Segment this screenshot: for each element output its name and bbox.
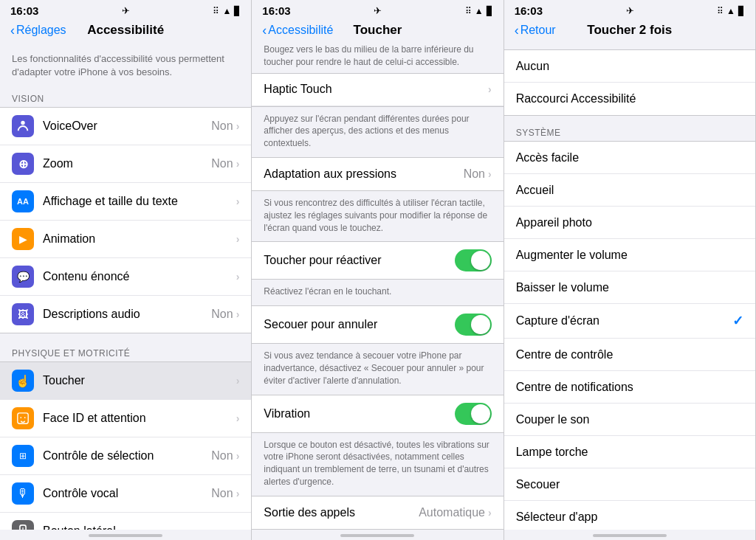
list-adaptation: Adaptation aux pressions Non › (252, 157, 503, 191)
option-selecteur-app[interactable]: Sélecteur d'app (504, 501, 755, 530)
option-lampe-torche[interactable]: Lampe torche (504, 436, 755, 468)
option-augmenter-volume[interactable]: Augmenter le volume (504, 239, 755, 271)
voiceover-value: Non (211, 120, 233, 133)
animation-icon: ▶ (12, 228, 34, 250)
secouer-item[interactable]: Secouer pour annuler (252, 306, 503, 343)
option-centre-notifications[interactable]: Centre de notifications (504, 371, 755, 404)
reactiver-label: Toucher pour réactiver (264, 254, 454, 267)
reactiver-desc: Réactivez l'écran en le touchant. (252, 283, 503, 305)
toucher-label: Toucher (43, 374, 236, 387)
back-button-1[interactable]: ‹ Réglages (10, 23, 66, 38)
location-icon-1: ✈ (122, 5, 130, 16)
toucher-icon: ☝ (12, 370, 34, 392)
status-icons-1: ⠿ ▲ ▊ (213, 6, 241, 16)
option-raccourci[interactable]: Raccourci Accessibilité (504, 83, 755, 115)
affichage-chevron: › (236, 195, 240, 207)
list-item-faceid[interactable]: Face ID et attention › (0, 400, 251, 437)
option-accueil[interactable]: Accueil (504, 174, 755, 207)
back-chevron-2: ‹ (262, 23, 267, 38)
centre-notif-label: Centre de notifications (516, 381, 633, 394)
back-label-3[interactable]: Retour (520, 24, 556, 37)
list-haptic: Haptic Touch › (252, 73, 503, 107)
vibration-desc: Lorsque ce bouton est désactivé, toutes … (252, 436, 503, 496)
location-icon-2: ✈ (374, 5, 382, 16)
battery-icon-1: ▊ (234, 6, 241, 16)
list-sortie: Sortie des appels Automatique › (252, 496, 503, 530)
faceid-icon (12, 407, 34, 429)
status-bar-2: 16:03 ✈ ⠿ ▲ ▊ (252, 0, 503, 20)
svg-point-0 (21, 121, 24, 125)
status-icons-2: ⠿ ▲ ▊ (465, 6, 493, 16)
option-acces-facile[interactable]: Accès facile (504, 142, 755, 174)
list-item-controle-sel[interactable]: ⊞ Contrôle de sélection Non › (0, 437, 251, 475)
scroll-top-text: Bougez vers le bas du milieu de la barre… (252, 44, 503, 73)
list-item-toucher[interactable]: ☝ Toucher › (0, 362, 251, 400)
home-bar-2 (252, 530, 503, 540)
couper-son-label: Couper le son (516, 413, 590, 426)
descriptions-label: Descriptions audio (43, 308, 211, 321)
option-baisser-volume[interactable]: Baisser le volume (504, 271, 755, 304)
back-button-3[interactable]: ‹ Retour (515, 23, 556, 38)
section-vision: VISION (0, 85, 251, 107)
list-item-controle-vocal[interactable]: 🎙 Contrôle vocal Non › (0, 475, 251, 513)
secouer-desc: Si vous avez tendance à secouer votre iP… (252, 347, 503, 394)
appareil-photo-label: Appareil photo (516, 216, 592, 229)
voiceover-label: VoiceOver (43, 120, 211, 133)
vibration-toggle[interactable] (455, 403, 492, 425)
option-aucun[interactable]: Aucun (504, 50, 755, 83)
option-centre-controle[interactable]: Centre de contrôle (504, 339, 755, 371)
status-time-2: 16:03 (262, 4, 290, 17)
adaptation-label: Adaptation aux pressions (264, 167, 463, 181)
contenu-chevron: › (236, 271, 240, 283)
option-secouer[interactable]: Secouer (504, 468, 755, 501)
home-bar-1 (0, 530, 251, 540)
vibration-label: Vibration (264, 407, 454, 420)
list-item-descriptions[interactable]: 🖼 Descriptions audio Non › (0, 296, 251, 333)
adaptation-item[interactable]: Adaptation aux pressions Non › (252, 158, 503, 190)
affichage-icon: AA (12, 190, 34, 212)
section-physique: PHYSIQUE ET MOTRICITÉ (0, 339, 251, 361)
controle-sel-icon: ⊞ (12, 445, 34, 467)
list-item-affichage[interactable]: AA Affichage et taille du texte › (0, 183, 251, 221)
reactiver-item[interactable]: Toucher pour réactiver (252, 242, 503, 279)
augmenter-volume-label: Augmenter le volume (516, 249, 628, 262)
adaptation-value: Non (464, 167, 485, 181)
list-item-bouton[interactable]: Bouton latéral › (0, 513, 251, 530)
nav-bar-1: ‹ Réglages Accessibilité (0, 20, 251, 44)
list-item-zoom[interactable]: ⊕ Zoom Non › (0, 145, 251, 183)
aucun-label: Aucun (516, 60, 549, 73)
status-bar-3: 16:03 ✈ ⠿ ▲ ▊ (504, 0, 755, 20)
screen-toucher: 16:03 ✈ ⠿ ▲ ▊ ‹ Accessibilité Toucher Bo… (252, 0, 504, 540)
content-3: Aucun Raccourci Accessibilité SYSTÈME Ac… (504, 44, 755, 530)
list-vision: VoiceOver Non › ⊕ Zoom Non › AA Affichag… (0, 107, 251, 333)
affichage-label: Affichage et taille du texte (43, 195, 236, 208)
sortie-chevron: › (488, 507, 492, 519)
back-label-1[interactable]: Réglages (16, 24, 66, 37)
secouer-label-s3: Secouer (516, 478, 560, 491)
reactiver-toggle[interactable] (455, 249, 492, 271)
haptic-touch-item[interactable]: Haptic Touch › (252, 74, 503, 106)
nav-bar-3: ‹ Retour Toucher 2 fois (504, 20, 755, 44)
bouton-label: Bouton latéral (43, 525, 236, 530)
option-appareil-photo[interactable]: Appareil photo (504, 207, 755, 239)
list-item-contenu[interactable]: 💬 Contenu énoncé › (0, 258, 251, 296)
capture-ecran-checkmark: ✓ (732, 313, 743, 329)
content-2: Bougez vers le bas du milieu de la barre… (252, 44, 503, 530)
option-couper-son[interactable]: Couper le son (504, 404, 755, 436)
capture-ecran-label: Capture d'écran (516, 314, 599, 328)
nav-title-3: Toucher 2 fois (587, 23, 672, 38)
secouer-toggle[interactable] (455, 314, 492, 336)
contenu-icon: 💬 (12, 266, 34, 288)
list-item-voiceover[interactable]: VoiceOver Non › (0, 108, 251, 145)
home-indicator-1 (89, 534, 162, 537)
back-button-2[interactable]: ‹ Accessibilité (262, 23, 333, 38)
content-1: Les fonctionnalités d'accessibilité vous… (0, 44, 251, 530)
back-chevron-3: ‹ (515, 23, 519, 38)
accueil-label: Accueil (516, 184, 554, 197)
option-capture-ecran[interactable]: Capture d'écran ✓ (504, 304, 755, 339)
vibration-item[interactable]: Vibration (252, 395, 503, 432)
sortie-item[interactable]: Sortie des appels Automatique › (252, 496, 503, 529)
list-item-animation[interactable]: ▶ Animation › (0, 221, 251, 258)
back-label-2[interactable]: Accessibilité (268, 24, 333, 37)
controle-vocal-value: Non (211, 487, 233, 500)
